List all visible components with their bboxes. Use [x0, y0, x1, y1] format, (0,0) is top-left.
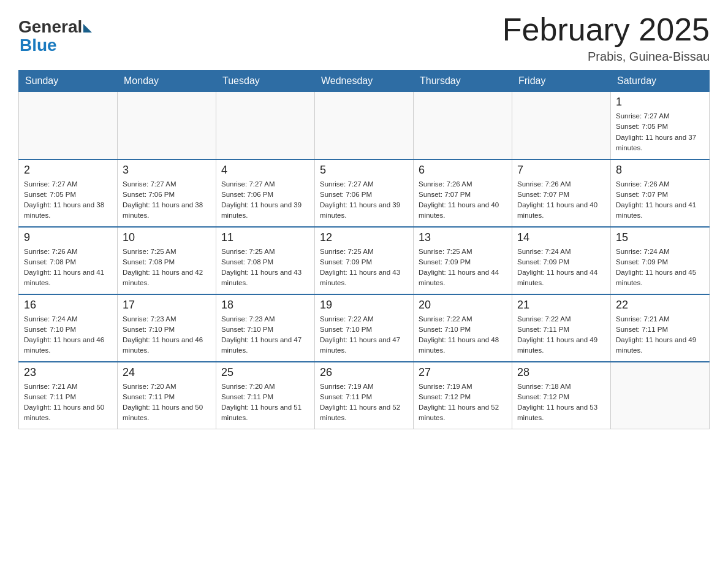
cell-day-number: 5: [320, 164, 408, 177]
calendar-week-row-1: 1Sunrise: 7:27 AMSunset: 7:05 PMDaylight…: [19, 92, 710, 159]
logo-general: General: [18, 18, 82, 36]
calendar-cell: 10Sunrise: 7:25 AMSunset: 7:08 PMDayligh…: [118, 227, 216, 294]
calendar-cell: 2Sunrise: 7:27 AMSunset: 7:05 PMDaylight…: [19, 159, 118, 227]
cell-day-number: 13: [419, 231, 507, 244]
calendar-cell: 5Sunrise: 7:27 AMSunset: 7:06 PMDaylight…: [315, 159, 414, 227]
cell-day-number: 9: [24, 231, 112, 244]
calendar-cell: [216, 92, 315, 159]
cell-sun-info: Sunrise: 7:24 AMSunset: 7:09 PMDaylight:…: [616, 247, 704, 289]
logo-blue: Blue: [20, 36, 92, 55]
cell-sun-info: Sunrise: 7:26 AMSunset: 7:08 PMDaylight:…: [24, 247, 112, 289]
cell-day-number: 6: [419, 164, 507, 177]
cell-sun-info: Sunrise: 7:26 AMSunset: 7:07 PMDaylight:…: [616, 179, 704, 221]
page-header: General Blue February 2025 Prabis, Guine…: [18, 12, 710, 64]
cell-day-number: 4: [221, 164, 309, 177]
calendar-table: Sunday Monday Tuesday Wednesday Thursday…: [18, 70, 710, 429]
calendar-cell: [315, 92, 414, 159]
calendar-cell: 27Sunrise: 7:19 AMSunset: 7:12 PMDayligh…: [414, 362, 512, 429]
calendar-cell: 7Sunrise: 7:26 AMSunset: 7:07 PMDaylight…: [512, 159, 611, 227]
cell-sun-info: Sunrise: 7:27 AMSunset: 7:06 PMDaylight:…: [123, 179, 211, 221]
cell-day-number: 7: [517, 164, 605, 177]
calendar-cell: 3Sunrise: 7:27 AMSunset: 7:06 PMDaylight…: [118, 159, 216, 227]
cell-day-number: 23: [24, 366, 112, 379]
calendar-cell: [512, 92, 611, 159]
calendar-week-row-4: 16Sunrise: 7:24 AMSunset: 7:10 PMDayligh…: [19, 294, 710, 362]
cell-day-number: 28: [517, 366, 605, 379]
cell-sun-info: Sunrise: 7:21 AMSunset: 7:11 PMDaylight:…: [24, 381, 112, 424]
cell-sun-info: Sunrise: 7:24 AMSunset: 7:10 PMDaylight:…: [24, 314, 112, 356]
cell-sun-info: Sunrise: 7:22 AMSunset: 7:11 PMDaylight:…: [517, 314, 605, 356]
cell-day-number: 20: [419, 299, 507, 312]
calendar-cell: 22Sunrise: 7:21 AMSunset: 7:11 PMDayligh…: [611, 294, 710, 362]
title-section: February 2025 Prabis, Guinea-Bissau: [502, 12, 710, 64]
cell-day-number: 11: [221, 231, 309, 244]
calendar-week-row-5: 23Sunrise: 7:21 AMSunset: 7:11 PMDayligh…: [19, 362, 710, 429]
cell-sun-info: Sunrise: 7:20 AMSunset: 7:11 PMDaylight:…: [221, 381, 309, 424]
calendar-cell: 20Sunrise: 7:22 AMSunset: 7:10 PMDayligh…: [414, 294, 512, 362]
calendar-cell: 24Sunrise: 7:20 AMSunset: 7:11 PMDayligh…: [118, 362, 216, 429]
cell-sun-info: Sunrise: 7:22 AMSunset: 7:10 PMDaylight:…: [419, 314, 507, 356]
cell-sun-info: Sunrise: 7:27 AMSunset: 7:06 PMDaylight:…: [320, 179, 408, 221]
calendar-cell: 6Sunrise: 7:26 AMSunset: 7:07 PMDaylight…: [414, 159, 512, 227]
cell-sun-info: Sunrise: 7:25 AMSunset: 7:09 PMDaylight:…: [320, 247, 408, 289]
cell-day-number: 18: [221, 299, 309, 312]
cell-day-number: 27: [419, 366, 507, 379]
calendar-week-row-3: 9Sunrise: 7:26 AMSunset: 7:08 PMDaylight…: [19, 227, 710, 294]
cell-day-number: 19: [320, 299, 408, 312]
calendar-cell: 15Sunrise: 7:24 AMSunset: 7:09 PMDayligh…: [611, 227, 710, 294]
calendar-cell: 16Sunrise: 7:24 AMSunset: 7:10 PMDayligh…: [19, 294, 118, 362]
calendar-cell: 8Sunrise: 7:26 AMSunset: 7:07 PMDaylight…: [611, 159, 710, 227]
calendar-cell: 9Sunrise: 7:26 AMSunset: 7:08 PMDaylight…: [19, 227, 118, 294]
calendar-cell: 13Sunrise: 7:25 AMSunset: 7:09 PMDayligh…: [414, 227, 512, 294]
calendar-cell: [414, 92, 512, 159]
col-sunday: Sunday: [19, 71, 118, 92]
calendar-cell: 28Sunrise: 7:18 AMSunset: 7:12 PMDayligh…: [512, 362, 611, 429]
calendar-cell: 1Sunrise: 7:27 AMSunset: 7:05 PMDaylight…: [611, 92, 710, 159]
cell-sun-info: Sunrise: 7:25 AMSunset: 7:08 PMDaylight:…: [123, 247, 211, 289]
cell-day-number: 22: [616, 299, 704, 312]
cell-sun-info: Sunrise: 7:21 AMSunset: 7:11 PMDaylight:…: [616, 314, 704, 356]
calendar-cell: 18Sunrise: 7:23 AMSunset: 7:10 PMDayligh…: [216, 294, 315, 362]
cell-day-number: 16: [24, 299, 112, 312]
cell-sun-info: Sunrise: 7:26 AMSunset: 7:07 PMDaylight:…: [517, 179, 605, 221]
calendar-subtitle: Prabis, Guinea-Bissau: [502, 50, 710, 64]
col-friday: Friday: [512, 71, 611, 92]
calendar-cell: [611, 362, 710, 429]
cell-sun-info: Sunrise: 7:26 AMSunset: 7:07 PMDaylight:…: [419, 179, 507, 221]
cell-day-number: 17: [123, 299, 211, 312]
col-tuesday: Tuesday: [216, 71, 315, 92]
calendar-cell: 12Sunrise: 7:25 AMSunset: 7:09 PMDayligh…: [315, 227, 414, 294]
cell-sun-info: Sunrise: 7:27 AMSunset: 7:06 PMDaylight:…: [221, 179, 309, 221]
cell-day-number: 1: [616, 96, 704, 109]
calendar-header-row: Sunday Monday Tuesday Wednesday Thursday…: [19, 71, 710, 92]
cell-sun-info: Sunrise: 7:20 AMSunset: 7:11 PMDaylight:…: [123, 381, 211, 424]
cell-sun-info: Sunrise: 7:25 AMSunset: 7:08 PMDaylight:…: [221, 247, 309, 289]
cell-day-number: 26: [320, 366, 408, 379]
cell-sun-info: Sunrise: 7:25 AMSunset: 7:09 PMDaylight:…: [419, 247, 507, 289]
cell-sun-info: Sunrise: 7:23 AMSunset: 7:10 PMDaylight:…: [221, 314, 309, 356]
calendar-cell: 21Sunrise: 7:22 AMSunset: 7:11 PMDayligh…: [512, 294, 611, 362]
cell-day-number: 8: [616, 164, 704, 177]
cell-day-number: 10: [123, 231, 211, 244]
cell-sun-info: Sunrise: 7:27 AMSunset: 7:05 PMDaylight:…: [616, 111, 704, 153]
col-wednesday: Wednesday: [315, 71, 414, 92]
calendar-week-row-2: 2Sunrise: 7:27 AMSunset: 7:05 PMDaylight…: [19, 159, 710, 227]
calendar-title: February 2025: [502, 12, 710, 47]
cell-sun-info: Sunrise: 7:24 AMSunset: 7:09 PMDaylight:…: [517, 247, 605, 289]
calendar-cell: 25Sunrise: 7:20 AMSunset: 7:11 PMDayligh…: [216, 362, 315, 429]
calendar-cell: [19, 92, 118, 159]
cell-sun-info: Sunrise: 7:23 AMSunset: 7:10 PMDaylight:…: [123, 314, 211, 356]
calendar-cell: 11Sunrise: 7:25 AMSunset: 7:08 PMDayligh…: [216, 227, 315, 294]
calendar-cell: 23Sunrise: 7:21 AMSunset: 7:11 PMDayligh…: [19, 362, 118, 429]
col-monday: Monday: [118, 71, 216, 92]
cell-sun-info: Sunrise: 7:18 AMSunset: 7:12 PMDaylight:…: [517, 381, 605, 424]
cell-day-number: 12: [320, 231, 408, 244]
logo: General Blue: [18, 18, 92, 55]
calendar-cell: 17Sunrise: 7:23 AMSunset: 7:10 PMDayligh…: [118, 294, 216, 362]
logo-triangle-icon: [83, 24, 92, 33]
calendar-cell: 26Sunrise: 7:19 AMSunset: 7:11 PMDayligh…: [315, 362, 414, 429]
cell-day-number: 21: [517, 299, 605, 312]
cell-day-number: 24: [123, 366, 211, 379]
calendar-cell: 4Sunrise: 7:27 AMSunset: 7:06 PMDaylight…: [216, 159, 315, 227]
cell-day-number: 3: [123, 164, 211, 177]
